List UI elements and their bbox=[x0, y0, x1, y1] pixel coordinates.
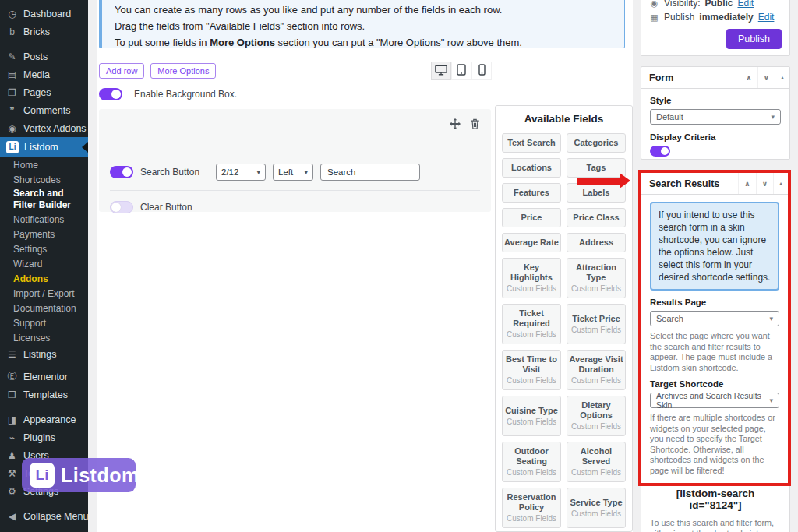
available-field-button[interactable]: Average Visit Duration Custom Fields bbox=[567, 350, 626, 390]
collapse-panel-icon[interactable]: ▴ bbox=[775, 67, 789, 88]
move-panel-down-icon[interactable]: ∨ bbox=[756, 173, 773, 194]
sidebar-item[interactable]: Shortcodes bbox=[0, 172, 88, 187]
form-row-panel: Search Button 2/12▾ Left▾ Clear Button bbox=[99, 109, 491, 212]
sidebar-item[interactable]: ❞ Comments bbox=[0, 101, 88, 119]
builder-main: You can create as many rows as you like … bbox=[97, 0, 633, 532]
calendar-icon: ▦ bbox=[649, 12, 659, 23]
publish-button[interactable]: Publish bbox=[726, 29, 782, 49]
sidebar-item[interactable] bbox=[0, 403, 88, 410]
field-label: Service Type bbox=[569, 498, 623, 508]
available-field-button[interactable]: Price bbox=[502, 208, 561, 227]
target-shortcode-select[interactable]: Archives and Search Results Skin ▾ bbox=[650, 393, 779, 408]
sidebar-item[interactable]: ◨ Appearance bbox=[0, 410, 88, 428]
sidebar-item-icon: ♟ bbox=[6, 450, 18, 461]
sidebar-item[interactable]: ☰ Listings bbox=[0, 345, 88, 363]
sidebar-item[interactable]: Import / Export bbox=[0, 286, 88, 301]
publish-panel: ◉ Visibility: Public Edit ▦ Publish imme… bbox=[641, 0, 790, 56]
sidebar-item-label: Support bbox=[13, 318, 46, 329]
clear-button-toggle[interactable] bbox=[110, 201, 133, 213]
sidebar-item[interactable]: Home bbox=[0, 157, 88, 172]
available-field-button[interactable]: Dietary Options Custom Fields bbox=[567, 396, 626, 436]
sidebar-item[interactable]: ✎ Posts bbox=[0, 48, 88, 65]
available-field-button[interactable]: Key Highlights Custom Fields bbox=[502, 258, 561, 298]
add-row-button[interactable]: Add row bbox=[99, 63, 144, 79]
sidebar-item[interactable]: ◷ Dashboard bbox=[0, 5, 88, 23]
sidebar-item[interactable]: ❒ Templates bbox=[0, 386, 88, 403]
sidebar-item-label: Settings bbox=[13, 244, 47, 255]
sidebar-item-label: Comments bbox=[23, 105, 70, 116]
sidebar-item-icon: ◷ bbox=[6, 9, 18, 19]
available-field-button[interactable]: Address bbox=[567, 233, 626, 252]
sidebar-item[interactable]: b Bricks bbox=[0, 23, 88, 41]
sidebar-item[interactable]: Settings bbox=[0, 241, 88, 256]
sidebar-item[interactable]: Addons bbox=[0, 271, 88, 286]
sidebar-item[interactable]: Ⓔ Elementor bbox=[0, 368, 88, 386]
available-field-button[interactable]: Features bbox=[502, 183, 561, 203]
field-sub-label: Custom Fields bbox=[504, 514, 559, 523]
sidebar-item[interactable]: Documentation bbox=[0, 301, 88, 315]
available-field-button[interactable]: Service Type Custom Fields bbox=[567, 488, 626, 528]
visibility-edit-link[interactable]: Edit bbox=[737, 0, 754, 9]
collapse-panel-icon[interactable]: ▴ bbox=[773, 173, 788, 194]
sidebar-item[interactable] bbox=[0, 500, 88, 507]
available-field-button[interactable]: Locations bbox=[502, 158, 561, 178]
sidebar-item[interactable]: Search and Filter Builder bbox=[0, 187, 88, 212]
sidebar-item[interactable]: Support bbox=[0, 315, 88, 330]
available-field-button[interactable]: Reservation Policy Custom Fields bbox=[502, 488, 561, 528]
field-label: Average Rate bbox=[504, 238, 559, 248]
field-sub-label: Custom Fields bbox=[504, 468, 559, 477]
sidebar-item[interactable]: ▤ Media bbox=[0, 65, 88, 83]
more-options-button[interactable]: More Options bbox=[150, 63, 216, 79]
sidebar-item-label: Plugins bbox=[23, 432, 55, 443]
available-field-button[interactable]: Categories bbox=[567, 133, 626, 153]
results-page-select[interactable]: Search ▾ bbox=[650, 311, 779, 326]
tablet-view-button[interactable] bbox=[451, 62, 471, 80]
move-panel-up-icon[interactable]: ∧ bbox=[740, 67, 757, 88]
sidebar-item[interactable]: Li Listdom bbox=[0, 137, 88, 157]
shortcode-description: To use this search and filter form, eith… bbox=[650, 518, 781, 532]
row-actions bbox=[450, 118, 480, 129]
sidebar-item[interactable]: Licenses bbox=[0, 330, 88, 345]
sidebar-item[interactable]: Wizard bbox=[0, 256, 88, 271]
available-field-button[interactable]: Price Class bbox=[567, 208, 626, 227]
move-panel-down-icon[interactable]: ∨ bbox=[757, 67, 775, 88]
available-field-button[interactable]: Ticket Required Custom Fields bbox=[502, 304, 561, 344]
available-field-button[interactable]: Alcohol Served Custom Fields bbox=[567, 442, 626, 482]
sidebar-item[interactable]: ◉ Vertex Addons bbox=[0, 119, 88, 137]
sidebar-item[interactable]: ◀ Collapse Menu bbox=[0, 507, 88, 525]
button-align-select[interactable]: Left▾ bbox=[273, 164, 313, 181]
enable-background-toggle[interactable] bbox=[99, 88, 122, 100]
clear-button-label: Clear Button bbox=[140, 202, 192, 213]
sidebar-item-label: Templates bbox=[23, 389, 68, 400]
sidebar-item[interactable]: ❐ Pages bbox=[0, 83, 88, 101]
sidebar-item[interactable]: Notifications bbox=[0, 212, 88, 227]
sidebar-item-icon: ❐ bbox=[6, 87, 18, 98]
search-button-text-input[interactable] bbox=[320, 164, 420, 181]
available-field-button[interactable]: Average Rate bbox=[502, 233, 561, 252]
available-field-button[interactable]: Best Time to Visit Custom Fields bbox=[502, 350, 561, 390]
sidebar-item[interactable]: ⌁ Plugins bbox=[0, 428, 88, 446]
sidebar-item[interactable]: Payments bbox=[0, 227, 88, 241]
display-criteria-toggle[interactable] bbox=[650, 146, 670, 157]
schedule-edit-link[interactable]: Edit bbox=[758, 12, 775, 23]
sidebar-item-icon: ⚙ bbox=[6, 486, 18, 497]
sidebar-item[interactable] bbox=[0, 41, 88, 48]
desktop-view-button[interactable] bbox=[431, 62, 451, 80]
search-button-toggle[interactable] bbox=[110, 166, 133, 178]
available-field-button[interactable]: Ticket Price Custom Fields bbox=[567, 304, 626, 344]
delete-row-icon[interactable] bbox=[470, 118, 480, 129]
mobile-view-button[interactable] bbox=[471, 62, 492, 80]
move-panel-up-icon[interactable]: ∧ bbox=[738, 173, 755, 194]
search-results-body: If you intend to use this search form in… bbox=[641, 195, 788, 483]
button-width-select[interactable]: 2/12▾ bbox=[216, 164, 266, 181]
style-select[interactable]: Default ▾ bbox=[650, 109, 781, 125]
available-field-button[interactable]: Attraction Type Custom Fields bbox=[567, 258, 626, 298]
move-row-icon[interactable] bbox=[450, 118, 461, 129]
field-sub-label: Custom Fields bbox=[504, 284, 559, 294]
sidebar-item-icon: ⌁ bbox=[6, 432, 18, 443]
sidebar-item-icon: ◀ bbox=[6, 511, 18, 522]
target-shortcode-label: Target Shortcode bbox=[650, 379, 779, 389]
available-field-button[interactable]: Cuisine Type Custom Fields bbox=[502, 396, 561, 436]
available-field-button[interactable]: Text Search bbox=[502, 133, 561, 153]
available-field-button[interactable]: Outdoor Seating Custom Fields bbox=[502, 442, 561, 482]
